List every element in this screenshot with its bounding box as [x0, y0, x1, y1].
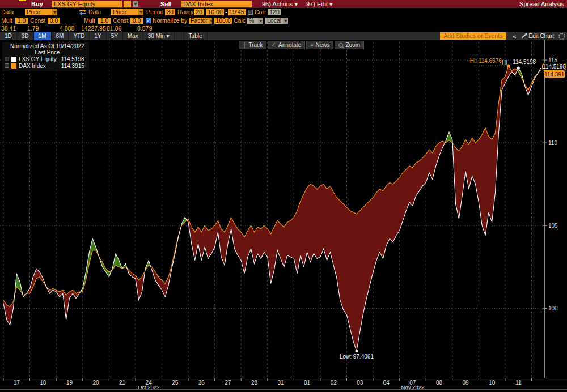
- buy-button[interactable]: Buy: [31, 0, 43, 8]
- tab-5y[interactable]: 5Y: [107, 32, 123, 40]
- corr-input[interactable]: 120: [268, 9, 281, 15]
- legend-item-dax[interactable]: DAX Index 114.3915: [5, 62, 84, 69]
- add-studies-button[interactable]: Add Studies or Events: [440, 32, 507, 40]
- chevron-down-icon: [209, 18, 212, 24]
- x-tick-label: 10: [489, 380, 496, 386]
- tab-max[interactable]: Max: [123, 32, 143, 40]
- mult-label-1: Mult: [1, 16, 12, 25]
- news-button[interactable]: News: [306, 41, 333, 49]
- x-tick-label: 31: [277, 380, 284, 386]
- month-label: Oct 2022: [138, 384, 160, 390]
- corr-checkbox[interactable]: [248, 10, 253, 15]
- chevron-down-icon: [138, 9, 143, 15]
- chevron-down-icon: [258, 18, 263, 24]
- x-tick-label: 19: [66, 380, 73, 386]
- stat-value: 14227.95: [81, 25, 106, 32]
- interval-select[interactable]: 30 Min ▾: [143, 32, 175, 40]
- legend-name: DAX Index: [19, 63, 46, 69]
- tab-6m[interactable]: 6M: [52, 32, 69, 40]
- table-button[interactable]: Table: [184, 32, 208, 40]
- x-tick-label: 25: [172, 380, 179, 386]
- sell-security-input[interactable]: DAX Index: [181, 1, 252, 7]
- operator-dropdown[interactable]: [133, 1, 138, 7]
- spread-fill-negative: [23, 269, 81, 320]
- const-input-2[interactable]: 0.0: [130, 18, 143, 24]
- data-source-select-2[interactable]: Price: [111, 9, 143, 15]
- y-tick-label: 110: [548, 140, 557, 146]
- x-tick-label: 02: [331, 380, 337, 386]
- calc-mode-select[interactable]: Local: [265, 18, 288, 24]
- collapse-button[interactable]: «: [510, 33, 518, 40]
- period-label: Period: [146, 8, 163, 16]
- lxs-high-marker-prefix: Hi: [502, 59, 507, 66]
- x-tick-label: 03: [357, 380, 363, 386]
- mult-input-1[interactable]: 1.0: [15, 18, 28, 24]
- spread-fill-negative: [187, 141, 445, 351]
- edit-menu[interactable]: 97) Edit ▾: [306, 0, 333, 8]
- spread-fill-negative: [151, 231, 180, 297]
- time-separator: -: [225, 8, 227, 16]
- tab-3d[interactable]: 3D: [17, 32, 34, 40]
- swap-securities-icon[interactable]: [79, 10, 86, 15]
- normalize-checkbox[interactable]: [146, 18, 151, 23]
- y-tick-label: 100: [548, 305, 558, 312]
- stat-value: 38.41: [1, 25, 16, 32]
- legend-title: Normalized As Of 10/14/2022: [5, 43, 84, 49]
- x-tick-label: 18: [40, 380, 46, 386]
- chevron-down-icon: [52, 9, 57, 15]
- normalize-label: Normalize by: [153, 16, 187, 25]
- mult-input-2[interactable]: 1.0: [98, 18, 111, 24]
- x-tick-label: 26: [198, 380, 205, 386]
- legend-toggle-icon[interactable]: [5, 57, 9, 61]
- buy-security-input[interactable]: LXS GY Equity: [52, 1, 122, 7]
- calc-label: Calc: [234, 16, 246, 25]
- tab-ytd[interactable]: YTD: [69, 32, 90, 40]
- chart-legend: Normalized As Of 10/14/2022 Last Price L…: [2, 42, 89, 71]
- mult-controls-row: Mult 1.0 Const 0.0 Mult 1.0 Const 0.0 No…: [0, 16, 567, 25]
- factor-value-input[interactable]: 100.0: [214, 18, 232, 24]
- normalize-mode-select[interactable]: Factor: [189, 18, 212, 24]
- period-tab-bar: 1D 3D 1M 6M YTD 1Y 5Y Max 30 Min ▾ Table…: [0, 32, 567, 40]
- tab-1m[interactable]: 1M: [34, 32, 52, 40]
- legend-value: 114.3915: [61, 63, 84, 69]
- x-tick-label: 27: [225, 380, 231, 386]
- tab-1y[interactable]: 1Y: [90, 32, 106, 40]
- zoom-button[interactable]: Zoom: [335, 41, 364, 49]
- corr-label: Corr: [255, 8, 266, 16]
- actions-menu[interactable]: 96) Actions ▾: [262, 0, 298, 8]
- y-tick-label: 105: [548, 223, 558, 229]
- legend-value: 114.5198: [61, 56, 84, 62]
- legend-item-lxs[interactable]: LXS GY Equity 114.5198: [5, 56, 84, 62]
- tab-1d[interactable]: 1D: [0, 32, 17, 40]
- track-button[interactable]: Track: [239, 41, 266, 49]
- annotate-button[interactable]: Annotate: [268, 41, 305, 49]
- stat-value: 4.888: [60, 25, 74, 32]
- time-from-input[interactable]: 10:00: [206, 9, 224, 15]
- dax-color-chip: [11, 63, 16, 69]
- lxs-low-dot: [356, 350, 358, 353]
- x-tick-label: 04: [383, 380, 390, 386]
- edit-chart-button[interactable]: Edit Chart: [521, 33, 554, 39]
- time-to-input[interactable]: 19:45: [228, 9, 246, 15]
- legend-toggle-icon[interactable]: [5, 63, 9, 68]
- chart-toolbar: Track Annotate News Zoom: [239, 41, 364, 49]
- lxs-high-dot: [517, 66, 520, 69]
- const-input-1[interactable]: 0.0: [48, 18, 60, 24]
- stat-value: 1.79: [27, 25, 39, 32]
- dax-high-dot: [507, 64, 510, 67]
- month-label: Nov 2022: [401, 384, 425, 390]
- pencil-icon: [521, 34, 526, 38]
- sell-button[interactable]: Sell: [160, 0, 172, 8]
- calc-unit-select[interactable]: %: [247, 18, 263, 24]
- x-tick-label: 28: [251, 380, 258, 386]
- data-source-select-1[interactable]: Price: [25, 9, 57, 15]
- stat-value: 0.579: [137, 25, 152, 32]
- spread-operator-box[interactable]: -: [124, 1, 131, 7]
- mult-label-2: Mult: [84, 16, 95, 25]
- spread-chart-canvas[interactable]: 1151101051001718192021242526272831010203…: [0, 40, 567, 392]
- range-input[interactable]: 20: [194, 9, 204, 15]
- gear-icon[interactable]: [558, 33, 565, 40]
- period-input[interactable]: 30: [165, 9, 175, 15]
- spread-fill-negative: [452, 66, 517, 236]
- crosshair-icon: [243, 42, 246, 48]
